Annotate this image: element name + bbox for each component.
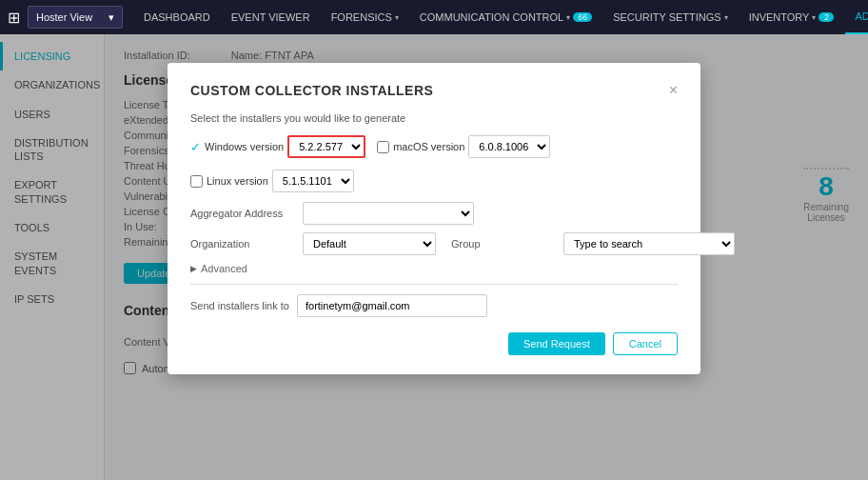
chevron-right-icon: ▶ <box>190 264 197 273</box>
chevron-down-icon: ▾ <box>395 13 399 22</box>
send-label: Send installers link to <box>190 300 289 311</box>
nav-dashboard[interactable]: DASHBOARD <box>134 0 220 34</box>
windows-installer-item: ✓ Windows version 5.2.2.577 <box>190 135 365 158</box>
group-label: Group <box>451 238 556 250</box>
modal-close-button[interactable]: × <box>669 82 678 99</box>
aggregator-select[interactable] <box>303 202 474 225</box>
macos-installer-item: macOS version 6.0.8.1006 <box>377 135 550 158</box>
nav-administration[interactable]: ADMINISTRATION <box>845 0 868 34</box>
communication-badge: 66 <box>573 12 592 22</box>
modal-divider <box>190 284 678 285</box>
nav-security-settings[interactable]: SECURITY SETTINGS ▾ <box>603 0 737 34</box>
macos-checkbox[interactable] <box>377 141 389 153</box>
modal-subtitle: Select the installers you would like to … <box>190 112 678 124</box>
windows-version-label: Windows version <box>205 141 284 152</box>
chevron-down-icon: ▾ <box>812 13 816 22</box>
linux-version-label: Linux version <box>207 175 268 187</box>
hoster-view-dropdown[interactable]: Hoster View ▾ <box>28 6 123 29</box>
modal-overlay: CUSTOM COLLECTOR INSTALLERS × Select the… <box>0 34 868 480</box>
chevron-down-icon: ▾ <box>108 11 114 24</box>
windows-version-select[interactable]: 5.2.2.577 <box>287 135 365 158</box>
org-group-row: Organization Default Group Type to searc… <box>190 232 678 255</box>
nav-communication-control[interactable]: COMMUNICATION CONTROL ▾ 66 <box>410 0 602 34</box>
nav-items: DASHBOARD EVENT VIEWER FORENSICS ▾ COMMU… <box>134 0 868 34</box>
advanced-label: Advanced <box>201 263 247 274</box>
nav-event-viewer[interactable]: EVENT VIEWER <box>222 0 320 34</box>
top-navigation: ⊞ Hoster View ▾ DASHBOARD EVENT VIEWER F… <box>0 0 868 34</box>
inventory-badge: 2 <box>819 12 834 22</box>
nav-inventory[interactable]: INVENTORY ▾ 2 <box>740 0 844 34</box>
send-email-input[interactable] <box>297 294 487 317</box>
linux-checkbox[interactable] <box>190 175 203 188</box>
grid-icon[interactable]: ⊞ <box>8 9 20 27</box>
group-select[interactable]: Type to search <box>563 232 735 255</box>
aggregator-label: Aggregator Address <box>190 208 295 219</box>
modal-footer: Send Request Cancel <box>190 332 678 355</box>
macos-version-select[interactable]: 6.0.8.1006 <box>468 135 550 158</box>
cancel-button[interactable]: Cancel <box>613 332 678 355</box>
linux-version-select[interactable]: 5.1.5.1101 <box>272 170 354 192</box>
modal-header: CUSTOM COLLECTOR INSTALLERS × <box>190 82 678 99</box>
aggregator-row: Aggregator Address <box>190 202 678 225</box>
advanced-row[interactable]: ▶ Advanced <box>190 263 678 274</box>
linux-installer-item: Linux version 5.1.5.1101 <box>190 170 354 192</box>
org-select[interactable]: Default <box>303 232 436 255</box>
macos-version-label: macOS version <box>393 141 464 152</box>
chevron-down-icon: ▾ <box>724 13 728 22</box>
modal-title: CUSTOM COLLECTOR INSTALLERS <box>190 83 433 98</box>
windows-checkmark: ✓ <box>190 140 201 154</box>
custom-collector-modal: CUSTOM COLLECTOR INSTALLERS × Select the… <box>168 63 700 374</box>
nav-forensics[interactable]: FORENSICS ▾ <box>322 0 408 34</box>
send-link-row: Send installers link to <box>190 294 678 317</box>
chevron-down-icon: ▾ <box>566 13 570 22</box>
org-label: Organization <box>190 238 295 250</box>
installer-selection-row: ✓ Windows version 5.2.2.577 macOS versio… <box>190 135 678 192</box>
send-request-button[interactable]: Send Request <box>508 332 605 355</box>
